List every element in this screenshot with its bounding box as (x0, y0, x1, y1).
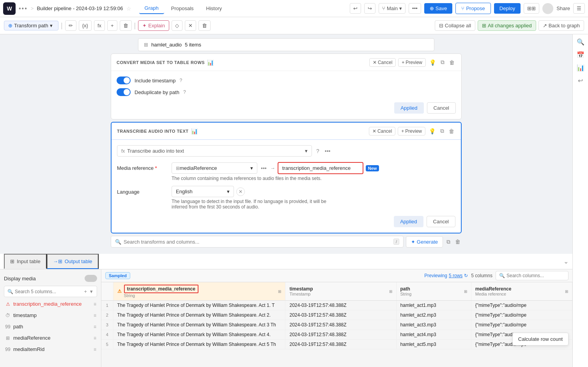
col-sort-icon4[interactable]: ≡ (94, 335, 96, 341)
transform-path-selector[interactable]: ⊕ Transform path ▾ (4, 21, 58, 30)
all-changes-applied-button[interactable]: ⊞ All changes applied (478, 20, 536, 31)
col-sort-icon3[interactable]: ≡ (94, 324, 96, 330)
language-clear-button[interactable]: ✕ (236, 187, 245, 196)
delete-icon[interactable]: 🗑 (454, 237, 462, 246)
add-button[interactable]: + (107, 20, 117, 31)
convert-bulb-icon[interactable]: 💡 (428, 58, 437, 67)
formula-button[interactable]: {x} (79, 20, 92, 31)
tab-proposals[interactable]: Proposals (166, 3, 199, 14)
tab-output-table[interactable]: →⊞ Output table (47, 254, 99, 269)
convert-applied-button[interactable]: Applied (394, 102, 423, 114)
diamond-button[interactable]: ◇ (172, 20, 182, 31)
transcribe-cancel-button[interactable]: ✕ Cancel (369, 127, 395, 135)
col-name-mediaitemrid[interactable]: mediaItemRid (13, 346, 91, 352)
refresh-icon[interactable]: ↻ (464, 273, 468, 278)
required-star: * (155, 165, 157, 171)
th-timestamp[interactable]: timestamp Timestamp ⊞ (285, 282, 396, 301)
col-sort-button-2[interactable]: ⊞ (464, 289, 467, 294)
deduplicate-toggle[interactable] (117, 88, 131, 96)
col-menu-icon[interactable]: ▾ (89, 288, 94, 295)
convert-preview-button[interactable]: + Preview (398, 58, 426, 67)
tab-graph[interactable]: Graph (139, 3, 164, 14)
main-branch-button[interactable]: ⑂ Main ▾ (379, 3, 406, 14)
function-selector[interactable]: fx Transcribe audio into text ▾ (117, 145, 312, 157)
back-to-graph-button[interactable]: ↗ Back to graph (538, 20, 584, 31)
sidebar-calendar-icon[interactable]: 📅 (577, 51, 584, 59)
language-selector[interactable]: English ▾ (172, 186, 234, 197)
fx-button[interactable]: fx (94, 20, 105, 31)
transcribe-preview-button[interactable]: + Preview (398, 127, 425, 135)
search-input[interactable] (124, 239, 391, 245)
nav-star-icon[interactable]: ☆ (126, 5, 131, 12)
undo-button[interactable]: ↩ (350, 3, 361, 14)
search-columns-input[interactable] (15, 289, 81, 294)
tab-history[interactable]: History (201, 3, 227, 14)
share-button[interactable]: Share (556, 5, 570, 11)
lang-chevron-icon: ▾ (227, 189, 230, 194)
th-mediareference[interactable]: mediaReference Media reference ⊞ (471, 282, 572, 301)
output-column-input[interactable] (278, 162, 363, 174)
check-icon: ⊞ (482, 23, 486, 29)
redo-button[interactable]: ↪ (364, 3, 375, 14)
media-ref-selector[interactable]: ⊞ mediaReference ▾ (172, 162, 257, 174)
sidebar-search-icon[interactable]: 🔍 (577, 38, 584, 46)
include-timestamp-help-icon[interactable]: ? (180, 78, 182, 83)
convert-cancel2-button[interactable]: Cancel (427, 102, 456, 114)
convert-cancel-button[interactable]: ✕ Cancel (369, 58, 396, 67)
media-ref-more-icon[interactable]: ••• (260, 164, 268, 173)
nav-title: Builder pipeline - 2024-03-19 12:59:06 (37, 5, 123, 11)
transcribe-bulb-icon[interactable]: 💡 (428, 127, 437, 135)
col-sort-icon5[interactable]: ≡ (94, 347, 96, 352)
function-name: Transcribe audio into text (127, 148, 184, 154)
trash-button[interactable]: 🗑 (198, 20, 211, 31)
col-name-mediareference[interactable]: mediaReference (13, 335, 91, 341)
transcribe-trash-icon[interactable]: 🗑 (448, 127, 455, 135)
nav-tabs: Graph Proposals History (139, 3, 227, 14)
calculate-row-count-button[interactable]: Calculate row count (512, 333, 569, 346)
th-transcription[interactable]: ⚠ transcription_media_reference String ⊞ (113, 282, 285, 301)
dataset-name: hamlet_audio (151, 42, 182, 48)
explain-icon: ✦ (142, 23, 147, 29)
sidebar-back-icon[interactable]: ↩ (578, 77, 583, 84)
col-sort-button-1[interactable]: ⊞ (389, 289, 392, 294)
collapse-bottom-icon[interactable]: ⌄ (563, 258, 569, 265)
display-media-toggle[interactable] (85, 275, 97, 282)
search-columns-right-input[interactable] (507, 273, 565, 278)
convert-trash-icon[interactable]: 🗑 (448, 58, 456, 67)
col-sort-button-0[interactable]: ⊞ (278, 289, 281, 294)
sidebar-chart-icon[interactable]: 📊 (577, 64, 584, 71)
col-sort-button-3[interactable]: ⊞ (565, 289, 568, 294)
add-col-icon[interactable]: + (83, 288, 88, 295)
transcribe-applied-button[interactable]: Applied (394, 216, 423, 227)
th-path[interactable]: path String ⊞ (396, 282, 471, 301)
hamburger-menu[interactable]: ☰ (573, 3, 585, 14)
convert-transform-title: CONVERT MEDIA SET TO TABLE ROWS 📊 (117, 59, 366, 66)
col-sort-icon2[interactable]: ≡ (94, 313, 96, 318)
col-name-timestamp[interactable]: timestamp (13, 312, 91, 318)
x-icon2: ✕ (372, 128, 376, 134)
collapse-all-button[interactable]: ⊟ Collapse all (435, 20, 475, 31)
col-name-transcription[interactable]: transcription_media_reference (13, 301, 91, 307)
convert-copy-icon[interactable]: ⧉ (439, 58, 446, 67)
include-timestamp-toggle[interactable] (117, 77, 131, 84)
function-help-icon[interactable]: ? (315, 147, 321, 155)
delete-button[interactable]: 🗑 (120, 20, 132, 31)
deduplicate-help-icon[interactable]: ? (183, 89, 186, 95)
transcribe-cancel2-button[interactable]: Cancel (427, 216, 455, 227)
transcribe-copy-icon[interactable]: ⧉ (439, 126, 445, 135)
explain-button[interactable]: ✦ Explain (138, 20, 169, 31)
propose-button[interactable]: ⑂ Propose (455, 3, 491, 14)
edit-button[interactable]: ✏ (65, 20, 76, 31)
tab-input-table[interactable]: ⊞ Input table (4, 254, 47, 269)
grid-view-button[interactable]: ⊞⊞ (524, 3, 539, 14)
save-button[interactable]: ⊕ Save (424, 3, 453, 14)
generate-button[interactable]: ✦ Generate (406, 236, 443, 248)
col-sort-icon[interactable]: ≡ (94, 301, 96, 307)
col-name-path[interactable]: path (13, 324, 91, 330)
export-icon[interactable]: ⧉ (445, 237, 452, 246)
more-actions-button[interactable]: ••• (409, 3, 421, 14)
function-more-icon[interactable]: ••• (324, 147, 332, 155)
deploy-button[interactable]: Deploy (494, 3, 521, 14)
preview-rows-link[interactable]: 5 rows (449, 273, 462, 278)
cancel-x-button[interactable]: ✕ (185, 20, 196, 31)
